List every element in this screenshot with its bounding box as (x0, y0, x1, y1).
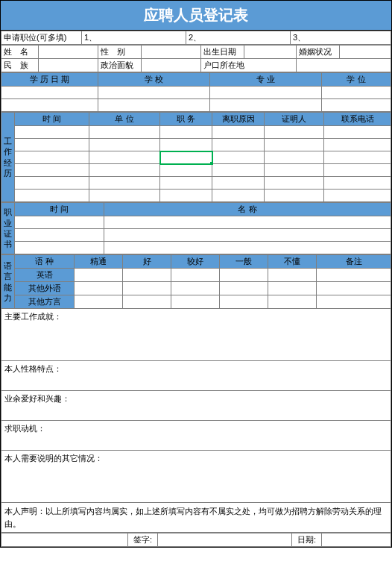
ethnic-label: 民 族 (1, 59, 39, 72)
motive-block[interactable]: 求职动机： (1, 421, 391, 451)
sign-label: 签字: (128, 533, 158, 547)
work-row[interactable] (1, 139, 391, 151)
work-group-text: 工作经历 (4, 137, 12, 178)
cert-table: 职业证书 时 间 名 称 (1, 202, 391, 254)
hobby-block[interactable]: 业余爱好和兴趣： (1, 391, 391, 421)
apply-label: 申请职位(可多填) (1, 31, 82, 45)
marriage-label: 婚姻状况 (297, 46, 340, 59)
lang-r1: 英语 (15, 269, 75, 282)
lang-row[interactable]: 其他外语 (1, 282, 391, 295)
lang-c4: 一般 (220, 255, 268, 269)
edu-table: 学 历 日 期 学 校 专 业 学 位 (1, 72, 391, 112)
sign-pad (1, 533, 128, 547)
declare-block: 本人声明：以上所填写内容均属实，如上述所填写内容有不属实之处，均可做为招聘方解除… (1, 503, 391, 533)
work-phone-h: 联系电话 (324, 113, 391, 126)
achieve-label: 主要工作成就： (4, 312, 62, 321)
work-unit-h: 单 位 (89, 113, 160, 126)
marriage-value[interactable] (340, 46, 391, 59)
birth-value[interactable] (244, 46, 297, 59)
lang-c5: 不懂 (268, 255, 317, 269)
personality-block[interactable]: 本人性格特点： (1, 361, 391, 391)
personality-label: 本人性格特点： (4, 364, 62, 373)
gender-label: 性 别 (98, 46, 142, 59)
name-label: 姓 名 (1, 46, 39, 59)
other-block[interactable]: 本人需要说明的其它情况： (1, 451, 391, 503)
birth-label: 出生日期 (201, 46, 244, 59)
apply-v3[interactable]: 3、 (291, 31, 391, 45)
form-title: 应聘人员登记表 (1, 1, 391, 31)
cert-row[interactable] (1, 229, 391, 242)
registration-form: 应聘人员登记表 申请职位(可多填) 1、 2、 3、 姓 名 性 别 出生日期 … (0, 0, 392, 548)
lang-row[interactable]: 其他方言 (1, 295, 391, 309)
political-value[interactable] (142, 59, 201, 72)
work-group-label: 工作经历 (1, 113, 15, 202)
sign-value[interactable] (158, 533, 292, 547)
work-time-h: 时 间 (15, 113, 89, 126)
work-row[interactable] (1, 190, 391, 202)
cert-group-label: 职业证书 (1, 203, 15, 254)
edu-major-h: 专 业 (210, 73, 322, 87)
lang-row[interactable]: 英语 (1, 269, 391, 282)
apply-v2[interactable]: 2、 (186, 31, 291, 45)
cert-group-text: 职业证书 (4, 207, 12, 248)
lang-c6: 备注 (317, 255, 391, 269)
work-ref-h: 证明人 (265, 113, 324, 126)
lang-r3: 其他方言 (15, 295, 75, 309)
apply-row: 申请职位(可多填) 1、 2、 3、 (1, 31, 391, 45)
other-label: 本人需要说明的其它情况： (4, 454, 103, 463)
work-row[interactable] (1, 151, 391, 164)
huji-label: 户口所在地 (201, 59, 297, 72)
basic-info-table: 姓 名 性 别 出生日期 婚姻状况 民 族 政治面貌 户口所在地 (1, 45, 391, 72)
lang-group-text: 语言能力 (4, 261, 12, 302)
cert-row[interactable] (1, 216, 391, 229)
political-label: 政治面貌 (98, 59, 142, 72)
lang-c1: 精通 (75, 255, 123, 269)
huji-value[interactable] (297, 59, 391, 72)
hobby-label: 业余爱好和兴趣： (4, 394, 70, 403)
edu-row[interactable] (1, 87, 391, 99)
edu-date-h: 学 历 日 期 (1, 73, 98, 87)
cert-name-h: 名 称 (104, 203, 391, 216)
sign-row: 签字: 日期: (1, 533, 391, 547)
cert-time-h: 时 间 (15, 203, 104, 216)
achieve-block[interactable]: 主要工作成就： (1, 309, 391, 361)
lang-r2: 其他外语 (15, 282, 75, 295)
work-row[interactable] (1, 177, 391, 190)
work-job-h: 职 务 (160, 113, 212, 126)
date-label: 日期: (292, 533, 322, 547)
work-table: 工作经历 时 间 单 位 职 务 离职原因 证明人 联系电话 (1, 112, 391, 202)
work-reason-h: 离职原因 (212, 113, 265, 126)
date-value[interactable] (322, 533, 391, 547)
ethnic-value[interactable] (39, 59, 98, 72)
gender-value[interactable] (142, 46, 201, 59)
work-row[interactable] (1, 164, 391, 177)
lang-group-label: 语言能力 (1, 255, 15, 309)
selected-cell[interactable] (160, 151, 212, 164)
lang-table: 语言能力 语 种 精通 好 较好 一般 不懂 备注 英语 其他外语 其他方言 (1, 254, 391, 309)
apply-v1[interactable]: 1、 (82, 31, 186, 45)
lang-type-h: 语 种 (15, 255, 75, 269)
lang-c3: 较好 (171, 255, 220, 269)
edu-degree-h: 学 位 (322, 73, 391, 87)
work-row[interactable] (1, 126, 391, 139)
edu-row[interactable] (1, 99, 391, 112)
declare-text: 本人声明：以上所填写内容均属实，如上述所填写内容有不属实之处，均可做为招聘方解除… (4, 507, 382, 528)
motive-label: 求职动机： (4, 424, 45, 433)
edu-school-h: 学 校 (98, 73, 210, 87)
cert-row[interactable] (1, 242, 391, 254)
lang-c2: 好 (123, 255, 171, 269)
name-value[interactable] (39, 46, 98, 59)
